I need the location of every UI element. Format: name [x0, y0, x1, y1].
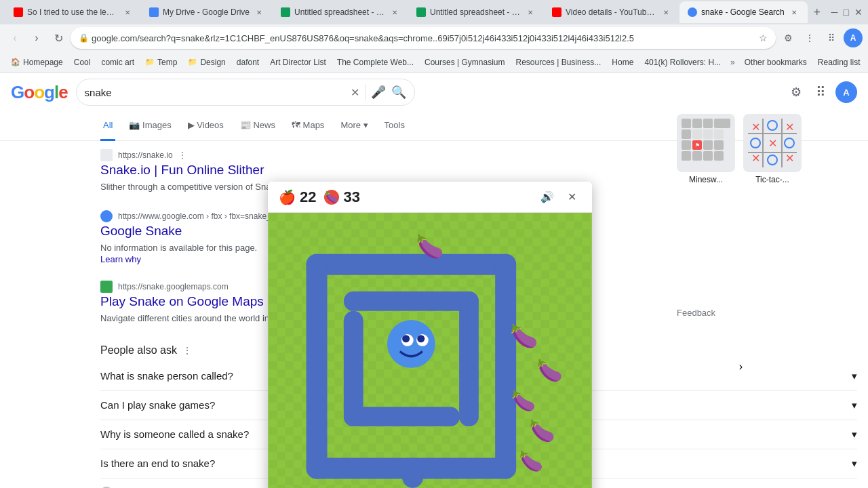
bookmark-courses[interactable]: Courses | Gymnasium — [419, 56, 510, 68]
feedback-link[interactable]: Feedback — [677, 305, 715, 321]
result-snakeio-favicon — [100, 149, 113, 161]
game-canvas[interactable]: 🍆 🍆 🍆 🍆 🍆 🍆 — [268, 213, 592, 488]
tictactoe-card[interactable]: ✕ ✕ ✕ ✕ ✕ Tic-tac-... — [743, 114, 802, 184]
game-svg: 🍆 🍆 🍆 🍆 🍆 🍆 — [268, 213, 592, 488]
header-settings-icon[interactable]: ⚙ — [787, 83, 806, 102]
apps-icon[interactable]: ⠿ — [822, 28, 841, 47]
svg-text:🍆: 🍆 — [510, 323, 538, 350]
search-nav-videos[interactable]: ▶ Videos — [185, 111, 226, 141]
snake-game-overlay: 🍎 22 🍆 33 🔊 ✕ — [268, 182, 592, 488]
minimize-button[interactable]: ─ — [831, 7, 838, 18]
bookmark-temp[interactable]: 📁 Temp — [140, 56, 182, 68]
tab-close-snake[interactable]: ✕ — [789, 7, 800, 18]
score-eggplant-item: 🍆 33 — [324, 188, 359, 206]
tab-close-sheet1[interactable]: ✕ — [389, 7, 400, 18]
score-apple-item: 🍎 22 — [279, 188, 316, 206]
bookmark-completeweb-label: The Complete Web... — [337, 58, 414, 67]
minesweeper-thumbnail: ⚑ — [677, 114, 735, 172]
tab-drive[interactable]: My Drive - Google Drive ✕ — [141, 1, 273, 23]
tab-close-yt[interactable]: ✕ — [122, 7, 133, 18]
svg-text:✕: ✕ — [751, 152, 760, 164]
bookmark-comicart[interactable]: comic art — [96, 56, 140, 68]
bookmark-other[interactable]: Other bookmarks — [739, 56, 812, 68]
google-search-icon[interactable]: 🔍 — [391, 85, 406, 100]
svg-text:🍆: 🍆 — [536, 358, 563, 383]
forward-button[interactable]: › — [27, 28, 46, 47]
game-header: 🍎 22 🍆 33 🔊 ✕ — [268, 182, 592, 213]
search-nav-all[interactable]: All — [100, 111, 115, 141]
tab-close-sheet2[interactable]: ✕ — [525, 7, 536, 18]
svg-text:🍆: 🍆 — [416, 233, 445, 260]
apple-score: 22 — [300, 188, 316, 206]
bookmark-artdirector[interactable]: Art Director List — [264, 56, 332, 68]
back-button[interactable]: ‹ — [5, 28, 24, 47]
bookmark-cool[interactable]: Cool — [68, 56, 96, 68]
svg-rect-17 — [703, 151, 713, 161]
svg-rect-13 — [703, 140, 713, 150]
search-bar[interactable]: snake ✕ 🎤 🔍 — [76, 79, 415, 106]
tab-title-video: Video details - YouTube Stud... — [566, 7, 656, 17]
bookmark-dafont[interactable]: dafont — [231, 56, 264, 68]
header-profile-icon[interactable]: A — [835, 81, 857, 103]
window-controls: ─ □ ✕ — [831, 7, 863, 18]
address-input-wrap[interactable]: 🔒 google.com/search?q=snake&rlz=1C1CHBF_… — [71, 27, 776, 49]
bookmark-design[interactable]: 📁 Design — [182, 56, 231, 68]
tab-sheet1[interactable]: Untitled spreadsheet - Googl... ✕ — [273, 1, 408, 23]
minesweeper-card[interactable]: ⚑ Minesw... — [677, 114, 735, 184]
paa-more-icon[interactable]: ⋮ — [182, 345, 192, 356]
result-snakeio-more-icon[interactable]: ⋮ — [178, 150, 186, 160]
header-right: ⚙ ⠿ A — [787, 81, 857, 103]
tab-close-video[interactable]: ✕ — [660, 7, 671, 18]
voice-search-icon[interactable]: 🎤 — [371, 85, 386, 100]
profile-icon[interactable]: A — [844, 28, 863, 47]
extensions-icon[interactable]: ⋮ — [800, 28, 819, 47]
game-close-button[interactable]: ✕ — [562, 188, 581, 207]
close-window-button[interactable]: ✕ — [854, 7, 863, 18]
svg-text:🍆: 🍆 — [511, 389, 536, 413]
game-sound-button[interactable]: 🔊 — [538, 188, 557, 207]
search-clear-icon[interactable]: ✕ — [351, 86, 359, 99]
svg-text:✕: ✕ — [751, 121, 760, 133]
bookmark-readinglist[interactable]: Reading list — [812, 56, 866, 68]
reload-button[interactable]: ↻ — [49, 28, 68, 47]
bookmarks-more-button[interactable]: » — [726, 56, 739, 68]
games-panel: ⚑ Minesw... — [671, 114, 854, 184]
new-tab-button[interactable]: + — [808, 3, 827, 22]
result-googlemaps-url-text: https://snake.googlemaps.com — [118, 282, 229, 291]
tab-sheet2[interactable]: Untitled spreadsheet - Googl... ✕ — [408, 1, 544, 23]
tab-youtube[interactable]: So I tried to use the level edit... ✕ — [5, 1, 141, 23]
expand-panel-button[interactable]: › — [739, 361, 743, 373]
address-star-icon[interactable]: ☆ — [759, 33, 768, 43]
apple-emoji: 🍎 — [279, 189, 296, 205]
header-apps-icon[interactable]: ⠿ — [811, 83, 830, 102]
paa-expand-icon-1: ▾ — [852, 399, 857, 411]
bookmark-comicart-label: comic art — [101, 58, 134, 67]
svg-rect-46 — [402, 458, 423, 488]
tab-video[interactable]: Video details - YouTube Stud... ✕ — [544, 1, 679, 23]
maximize-button[interactable]: □ — [844, 7, 849, 18]
address-bar: ‹ › ↻ 🔒 google.com/search?q=snake&rlz=1C… — [0, 24, 868, 52]
google-logo: Google — [11, 82, 68, 103]
svg-rect-43 — [459, 291, 479, 426]
search-nav-news[interactable]: 📰 News — [237, 111, 278, 141]
tab-snake[interactable]: snake - Google Search ✕ — [679, 1, 808, 23]
bookmark-home[interactable]: Home — [606, 56, 639, 68]
bookmark-completeweb[interactable]: The Complete Web... — [332, 56, 419, 68]
svg-rect-14 — [714, 140, 724, 150]
settings-icon[interactable]: ⚙ — [778, 28, 797, 47]
bookmark-homepage[interactable]: 🏠 Homepage — [5, 56, 68, 68]
tab-favicon-yt — [14, 7, 23, 17]
bookmark-homepage-label: Homepage — [23, 58, 63, 67]
bookmark-resources[interactable]: Resources | Business... — [511, 56, 607, 68]
svg-rect-10 — [682, 140, 691, 150]
tictactoe-thumbnail: ✕ ✕ ✕ ✕ ✕ — [743, 114, 802, 172]
tab-favicon-sheet2 — [416, 7, 426, 17]
search-nav-tools[interactable]: Tools — [382, 111, 408, 141]
search-nav-more[interactable]: More ▾ — [338, 111, 370, 141]
svg-rect-42 — [344, 291, 479, 311]
bookmark-cool-label: Cool — [74, 58, 91, 67]
tab-close-drive[interactable]: ✕ — [254, 7, 264, 18]
search-nav-images[interactable]: 📷 Images — [126, 111, 174, 141]
search-nav-maps[interactable]: 🗺 Maps — [289, 111, 327, 141]
bookmark-401k[interactable]: 401(k) Rollovers: H... — [639, 56, 726, 68]
